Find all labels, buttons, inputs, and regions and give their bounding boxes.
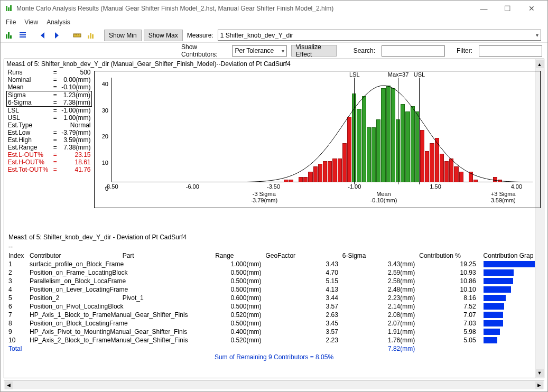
search-input[interactable] [382,45,445,57]
histogram-bar [469,172,473,182]
histogram-bar [435,138,439,182]
contribution-bar [484,312,503,318]
table-row[interactable]: 4Position_on_Lever_LocatingFrame0.500(mm… [6,285,542,294]
measure-combo[interactable]: 1 Shifter_knob_dev_Y_dir [218,30,541,41]
show-contributors-label: Show Contributors: [179,43,228,58]
menu-file[interactable]: File [6,18,16,26]
table-row[interactable]: 1surfacic_profile_on_Block_Frame1.000(mm… [6,260,542,268]
histogram-bar [493,177,497,182]
show-contributors-combo[interactable]: Per Tolerance [232,45,286,57]
maximize-button[interactable]: ☐ [496,1,519,16]
scroll-down-arrow[interactable]: ▼ [536,369,544,377]
stat-row: 6-Sigma=7.38(mm) [7,99,92,107]
show-min-button[interactable]: Show Min [104,30,142,41]
histogram-bar [449,158,453,182]
menu-analysis[interactable]: Analysis [47,18,70,26]
measure-label: Measure: [185,32,216,39]
histogram-chart: 010203040 LSLMax=37USL -8.50-6.00-3.50-1… [94,71,541,208]
toolbar: Show Min Show Max Measure: 1 Shifter_kno… [1,28,547,43]
contribution-bar [484,303,504,310]
stat-row: Est.TypeNormal [7,122,92,129]
menu-view[interactable]: View [24,18,38,26]
scroll-left-arrow[interactable]: ◀ [5,381,13,389]
histogram-bar [328,161,332,182]
chart-marker: USL [408,71,430,184]
chart-settings-icon[interactable] [85,30,97,41]
contribution-bar [484,329,500,335]
contribution-bar [484,320,503,326]
histogram-bar [381,88,385,182]
histogram-bar [332,158,337,182]
table-row[interactable]: 7HP_Axis_1_Block_to_FrameManual_Gear_Shi… [6,311,542,319]
histogram-icon[interactable] [4,30,15,41]
ruler-icon[interactable] [71,30,83,41]
svg-rect-8 [20,36,26,38]
stat-row: Est.Range=7.38(mm) [7,144,92,151]
histogram-bar [444,161,449,182]
histogram-bar [303,177,308,182]
histogram-bar [459,172,463,182]
svg-rect-9 [73,34,81,37]
histogram-bar [308,172,312,182]
table-row[interactable]: 3Parallelism_on_Block_LocaFrame0.500(mm)… [6,277,542,285]
table-row[interactable]: 9HP_Axis_Pivot_to_MountingManual_Gear_Sh… [6,328,542,336]
contributors-table: IndexContributorPartRangeGeoFactor6-Sigm… [6,251,542,361]
horizontal-scrollbar[interactable]: ◀ ▶ [4,380,544,389]
chart-marker: Max=37 [388,71,409,184]
histogram-bar [323,161,327,182]
content-area: ▲ ▼ Meas1 of 5: Shifter_knob_dev_Y_dir (… [4,59,544,378]
table-row[interactable]: 2Position_on_Frame_LocatingBlock0.500(mm… [6,268,542,277]
stat-row: Runs=500 [7,69,92,76]
stat-row: Sigma=1.23(mm) [7,91,92,99]
contribution-bar [484,286,511,293]
menubar: File View Analysis [1,16,547,28]
histogram-bar [289,180,293,182]
table-row[interactable]: 6Position_on_Pivot_LocatingBlock0.500(mm… [6,302,542,311]
histogram-bar [473,180,478,182]
app-icon [5,4,13,13]
stat-row: Est.Tot-OUT%=41.76 [7,166,92,173]
scroll-up-arrow[interactable]: ▲ [536,60,544,68]
table-row[interactable]: 8Position_on_Block_LocatingFrame0.500(mm… [6,319,542,328]
titlebar: Monte Carlo Analysis Results (Manual Gea… [1,1,547,16]
next-arrow-icon[interactable] [51,30,63,41]
svg-rect-0 [6,6,7,11]
scroll-right-arrow[interactable]: ▶ [535,381,543,389]
svg-rect-6 [20,32,26,33]
contribution-bar [484,261,536,267]
svg-rect-1 [8,7,10,11]
close-button[interactable]: ✕ [519,1,543,16]
filter-label: Filter: [454,47,475,54]
table-row[interactable]: 5Position_2Pivot_10.600(mm)3.442.23(mm)8… [6,294,542,302]
histogram-bar [498,180,502,182]
svg-rect-13 [88,35,89,39]
contribution-bar [484,337,497,343]
contributors-panel: Meas1 of 5: Shifter_knob_dev_Y_dir - Dev… [4,210,544,378]
table-row[interactable]: 10HP_Axis_2_Block_to_FrameManual_Gear_Sh… [6,336,542,344]
svg-rect-7 [20,34,26,35]
filter-input[interactable] [479,45,542,57]
stat-row: USL=1.00(mm) [7,114,92,122]
histogram-bar [376,119,380,182]
list-icon[interactable] [17,30,29,41]
histogram-bar [299,177,303,182]
minimize-button[interactable]: — [472,1,496,16]
chart-marker: LSL [344,71,365,184]
contribution-bar [484,295,506,301]
contribution-bar [484,278,513,284]
visualize-effect-button[interactable]: Visualize Effect [291,45,337,57]
show-max-button[interactable]: Show Max [144,30,183,41]
histogram-bar [430,143,434,182]
histogram-bar [338,158,342,182]
svg-rect-14 [90,33,91,39]
histogram-bar [313,166,318,182]
svg-rect-2 [10,5,12,11]
stat-row: Est.L-OUT%=23.15 [7,151,92,158]
window-title: Monte Carlo Analysis Results (Manual Gea… [16,5,472,12]
histogram-bar [371,127,376,182]
histogram-bar [454,166,458,182]
prev-arrow-icon[interactable] [38,30,49,41]
histogram-bar [318,164,322,182]
stat-row: Est.High=3.59(mm) [7,136,92,144]
stat-row: Est.Low=-3.79(mm) [7,129,92,136]
